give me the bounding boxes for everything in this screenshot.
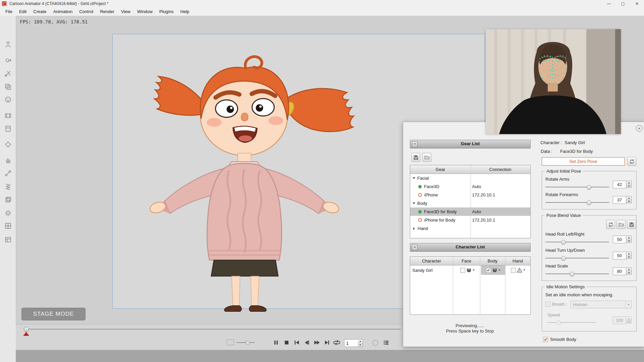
character-row-sandy-girl[interactable]: Sandy Girl	[410, 265, 530, 275]
rotate-arms-slider[interactable]	[545, 185, 609, 189]
spin-up-button[interactable]	[626, 317, 631, 320]
breath-dropdown[interactable]: Human	[571, 301, 632, 308]
face-tool-icon[interactable]	[3, 95, 12, 104]
save-gear-button[interactable]	[411, 153, 420, 162]
body-gear-cell[interactable]	[481, 265, 506, 275]
spin-down-button[interactable]	[626, 200, 631, 203]
frame-spin-down-button[interactable]	[358, 343, 363, 347]
spin-down-button[interactable]	[626, 239, 631, 242]
go-to-start-button[interactable]	[292, 339, 301, 346]
head-scale-slider[interactable]	[545, 272, 609, 276]
gear-group-hand[interactable]: Hand	[410, 224, 530, 233]
recalibrate-button[interactable]	[627, 157, 636, 166]
face-dropdown-icon[interactable]	[473, 269, 475, 271]
menu-help[interactable]: Help	[177, 8, 193, 16]
head-scale-value[interactable]: 80	[613, 267, 626, 275]
load-blend-button[interactable]	[616, 220, 626, 229]
spin-up-button[interactable]	[626, 252, 631, 255]
menu-plugins[interactable]: Plugins	[156, 8, 177, 16]
cube-icon[interactable]	[3, 195, 12, 204]
menu-control[interactable]: Control	[76, 8, 97, 16]
head-turn-slider[interactable]	[545, 256, 609, 260]
face-enable-checkbox[interactable]	[460, 268, 465, 273]
panel-close-button[interactable]: ✕	[636, 125, 643, 132]
menu-file[interactable]: File	[2, 8, 16, 16]
spin-up-button[interactable]	[626, 236, 631, 239]
timeline-zoom-thumb[interactable]	[246, 341, 250, 345]
actor-icon[interactable]	[3, 40, 12, 49]
character-list-header[interactable]: − Character List	[410, 243, 531, 252]
gear-group-facial[interactable]: Facial	[410, 174, 530, 182]
body-dropdown-icon[interactable]	[498, 269, 500, 271]
spin-up-button[interactable]	[626, 181, 631, 184]
hand-gear-cell[interactable]	[505, 265, 530, 275]
gear-list-collapse-button[interactable]: −	[412, 141, 418, 147]
spin-down-button[interactable]	[626, 255, 631, 258]
gear-row-iphone-for-body[interactable]: iPhone for Body 172.20.10.1	[410, 216, 530, 224]
rotate-arms-value[interactable]: 42	[613, 181, 626, 188]
stop-button[interactable]	[282, 339, 291, 346]
rotate-forearms-slider[interactable]	[545, 200, 609, 205]
timeline-thumb[interactable]	[24, 327, 29, 332]
next-frame-button[interactable]	[312, 339, 321, 346]
go-to-end-button[interactable]	[323, 339, 331, 346]
previous-frame-button[interactable]	[302, 339, 311, 346]
head-roll-value[interactable]: 50	[613, 236, 626, 243]
spin-down-button[interactable]	[626, 320, 631, 323]
load-gear-button[interactable]	[422, 153, 431, 162]
gear-row-face3d[interactable]: Face3D Auto	[410, 182, 530, 191]
template-icon[interactable]	[3, 124, 12, 133]
speed-slider[interactable]	[547, 320, 596, 325]
minimize-button[interactable]: —	[602, 0, 616, 7]
spin-up-button[interactable]	[626, 196, 631, 200]
prop-icon[interactable]	[3, 140, 12, 149]
head-roll-slider[interactable]	[545, 240, 609, 244]
face-gear-cell[interactable]	[454, 265, 481, 275]
cartoon-character[interactable]	[145, 50, 364, 321]
menu-animation[interactable]: Animation	[50, 8, 76, 16]
gear-list-header[interactable]: − Gear List	[410, 140, 531, 148]
set-zero-pose-button[interactable]: Set Zero Pose	[542, 157, 625, 166]
breath-checkbox[interactable]	[545, 302, 550, 307]
timeline-panel-icon[interactable]	[382, 339, 390, 346]
spin-up-button[interactable]	[626, 268, 631, 271]
hand-tool-icon[interactable]	[3, 156, 12, 165]
menu-edit[interactable]: Edit	[16, 8, 30, 16]
pause-button[interactable]	[272, 339, 280, 346]
gear-group-body[interactable]: Body	[410, 199, 530, 207]
menu-view[interactable]: View	[118, 8, 134, 16]
playhead-marker[interactable]	[23, 332, 29, 336]
spin-down-button[interactable]	[626, 271, 631, 274]
rotate-forearms-value[interactable]: 37	[613, 196, 626, 204]
stage-mode-button[interactable]: STAGE MODE	[21, 308, 86, 320]
hand-enable-checkbox[interactable]	[511, 268, 516, 273]
hand-dropdown-icon[interactable]	[523, 269, 525, 271]
spin-down-button[interactable]	[626, 184, 631, 187]
frame-spin-up-button[interactable]	[358, 340, 363, 343]
menu-render[interactable]: Render	[97, 8, 118, 16]
smooth-body-checkbox[interactable]	[543, 337, 548, 342]
gear-tool-icon[interactable]	[3, 208, 12, 218]
range-select-icon[interactable]	[227, 340, 234, 345]
loop-button[interactable]	[332, 339, 341, 346]
timeline-track[interactable]	[26, 329, 401, 329]
head-turn-value[interactable]: 50	[613, 252, 626, 259]
layers-icon[interactable]	[3, 82, 12, 91]
spring-icon[interactable]	[3, 182, 12, 191]
bone-icon[interactable]	[3, 169, 12, 178]
speed-value[interactable]: 100	[613, 316, 626, 324]
grid-icon[interactable]	[3, 221, 12, 230]
gear-row-face3d-for-body[interactable]: Face3D for Body Auto	[410, 207, 530, 216]
character-list-collapse-button[interactable]: −	[412, 245, 418, 250]
close-button[interactable]: ✕	[630, 0, 644, 7]
motion-icon[interactable]	[3, 56, 12, 65]
menu-window[interactable]: Window	[134, 8, 156, 16]
reset-blend-button[interactable]	[606, 220, 615, 229]
gear-row-iphone[interactable]: iPhone 172.20.10.1	[410, 191, 530, 199]
film-icon[interactable]	[3, 111, 12, 120]
maximize-button[interactable]: ▢	[616, 0, 630, 7]
body-enable-checkbox[interactable]	[486, 268, 491, 273]
save-blend-button[interactable]	[627, 220, 636, 229]
panel-tool-icon[interactable]	[3, 235, 12, 244]
menu-create[interactable]: Create	[30, 8, 50, 16]
